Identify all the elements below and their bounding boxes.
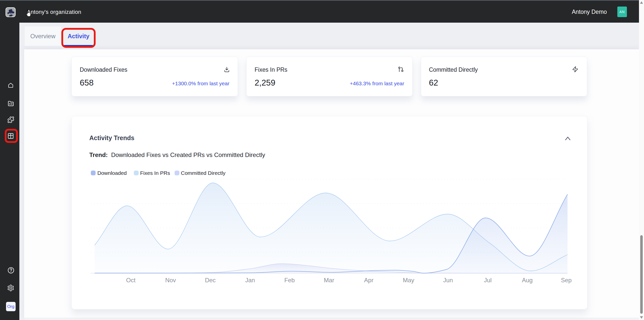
svg-text:Mar: Mar [324, 277, 334, 284]
svg-text:Nov: Nov [165, 277, 176, 284]
svg-text:Apr: Apr [364, 277, 373, 284]
svg-text:Jan: Jan [245, 277, 255, 284]
svg-text:May: May [403, 277, 414, 284]
svg-text:Feb: Feb [284, 277, 295, 284]
svg-text:Jul: Jul [484, 277, 492, 284]
svg-text:Oct: Oct [126, 277, 136, 284]
svg-text:Jun: Jun [443, 277, 453, 284]
svg-text:Dec: Dec [205, 277, 216, 284]
svg-text:Aug: Aug [522, 277, 533, 284]
svg-text:Sep: Sep [561, 277, 572, 284]
